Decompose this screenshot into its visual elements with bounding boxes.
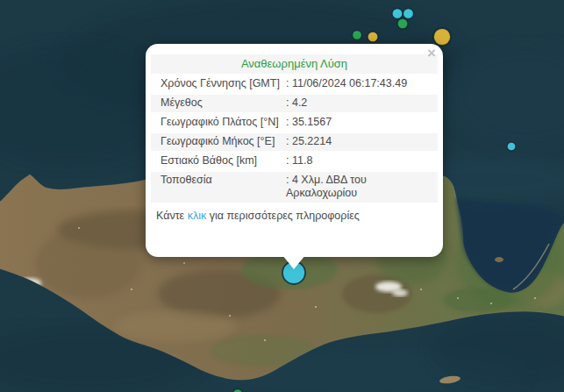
quake-marker-cyan[interactable] <box>507 142 516 151</box>
info-row-magnitude: Μέγεθος : 4.2 <box>151 95 438 114</box>
row-value: : 4 Χλμ. ΔΒΔ του Αρκαλοχωρίου <box>284 172 438 203</box>
row-label: Γεωγραφικό Πλάτος [°N] <box>151 114 284 132</box>
close-icon[interactable]: × <box>427 46 436 61</box>
popup-footer: Κάντε κλικ για περισσότερες πληροφορίες <box>151 204 438 223</box>
row-label: Μέγεθος <box>151 95 284 112</box>
row-label: Εστιακό Βάθος [km] <box>151 153 284 170</box>
row-value: : 11/06/2024 06:17:43.49 <box>284 75 438 93</box>
footer-text: για περισσότερες πληροφορίες <box>206 210 360 222</box>
popup-tail <box>282 255 305 269</box>
quake-marker-green[interactable] <box>397 18 408 29</box>
quake-marker-green[interactable] <box>353 31 362 40</box>
earthquake-popup: × Αναθεωρημένη Λύση Χρόνος Γέννησης [GMT… <box>146 44 443 257</box>
info-row-longitude: Γεωγραφικό Μήκος [°E] : 25.2214 <box>151 133 438 153</box>
info-row-latitude: Γεωγραφικό Πλάτος [°N] : 35.1567 <box>151 114 438 133</box>
row-label: Τοποθεσία <box>151 172 284 203</box>
row-label: Γεωγραφικό Μήκος [°E] <box>151 133 284 151</box>
row-value: : 11.8 <box>284 153 438 170</box>
footer-text: Κάντε <box>156 210 188 222</box>
row-value: : 4.2 <box>284 95 438 112</box>
islet-bay <box>495 257 503 262</box>
quake-marker-cyan[interactable] <box>392 9 403 19</box>
info-row-location: Τοποθεσία : 4 Χλμ. ΔΒΔ του Αρκαλοχωρίου <box>151 172 438 204</box>
quake-marker-yellow[interactable] <box>433 28 451 46</box>
info-row-origin-time: Χρόνος Γέννησης [GMT] : 11/06/2024 06:17… <box>151 75 438 95</box>
info-row-depth: Εστιακό Βάθος [km] : 11.8 <box>151 153 438 172</box>
row-value: : 35.1567 <box>284 114 438 132</box>
row-label: Χρόνος Γέννησης [GMT] <box>151 75 284 93</box>
quake-marker-cyan[interactable] <box>403 9 414 19</box>
popup-title: Αναθεωρημένη Λύση <box>151 54 438 75</box>
row-value: : 25.2214 <box>284 133 438 151</box>
more-info-link[interactable]: κλικ <box>188 210 207 222</box>
quake-marker-yellow[interactable] <box>368 32 378 42</box>
map-viewport[interactable]: × Αναθεωρημένη Λύση Χρόνος Γέννησης [GMT… <box>0 0 564 392</box>
